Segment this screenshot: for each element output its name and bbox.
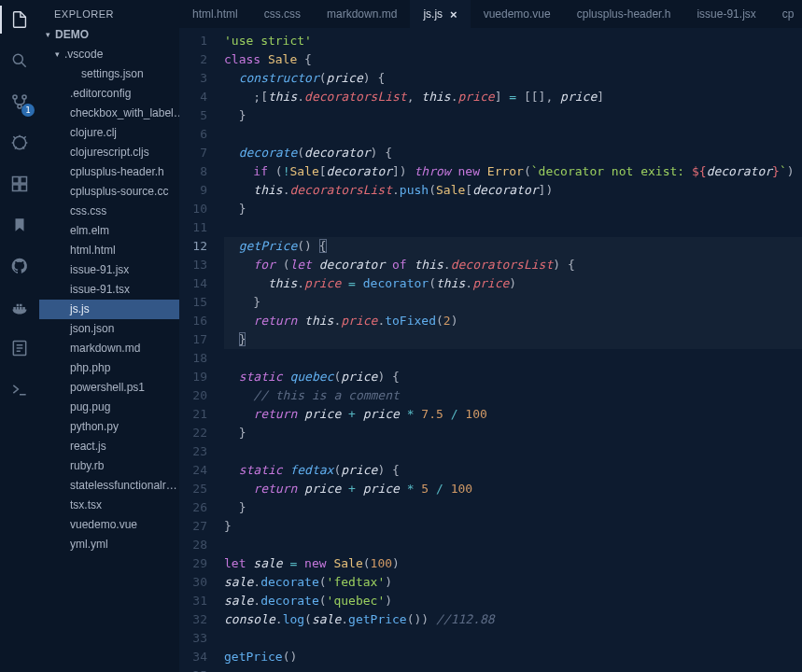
editor-tab[interactable]: cplusplus-header.h <box>564 0 684 28</box>
code-line[interactable]: console.log(sale.getPrice()) //112.88 <box>224 610 802 629</box>
code-content[interactable]: 'use strict'class Sale { constructor(pri… <box>218 28 802 672</box>
file-label: checkbox_with_label… <box>67 105 179 121</box>
close-icon[interactable]: × <box>450 7 457 21</box>
todo-icon[interactable] <box>7 336 32 360</box>
tree-file[interactable]: css.css <box>39 202 179 221</box>
code-line[interactable]: } <box>224 498 802 517</box>
tree-file[interactable]: elm.elm <box>39 221 179 241</box>
editor-tab[interactable]: markdown.md <box>314 0 410 28</box>
tree-file[interactable]: php.php <box>39 358 179 378</box>
code-line[interactable] <box>224 442 802 461</box>
bookmark-icon[interactable] <box>7 213 32 237</box>
scm-icon[interactable]: 1 <box>7 90 32 114</box>
code-editor[interactable]: 1234567891011121314151617181920212223242… <box>179 28 802 672</box>
code-line[interactable]: return price + price * 7.5 / 100 <box>224 405 802 424</box>
code-line[interactable]: sale.decorate('quebec') <box>224 592 802 610</box>
docker-icon[interactable] <box>7 295 32 319</box>
code-line[interactable] <box>224 349 802 368</box>
code-line[interactable] <box>224 218 802 237</box>
tab-label: issue-91.jsx <box>696 7 755 21</box>
svg-rect-6 <box>21 177 27 184</box>
code-line[interactable]: } <box>224 330 802 349</box>
file-label: issue-91.jsx <box>67 262 129 278</box>
tree-folder-vscode[interactable]: ▾ .vscode <box>39 45 179 64</box>
code-line[interactable]: // this is a comment <box>224 386 802 405</box>
file-label: tsx.tsx <box>67 497 102 513</box>
svg-rect-8 <box>21 185 27 191</box>
editor-tab[interactable]: html.html <box>179 0 251 28</box>
code-line[interactable]: getPrice() <box>224 648 802 666</box>
file-label: js.js <box>67 301 90 317</box>
editor-tab[interactable]: issue-91.jsx <box>683 0 768 28</box>
code-line[interactable]: constructor(price) { <box>224 69 802 88</box>
tree-file[interactable]: settings.json <box>39 64 179 84</box>
tree-file[interactable]: vuedemo.vue <box>39 515 179 535</box>
tree-root[interactable]: ▾ DEMO <box>39 25 179 45</box>
file-label: php.php <box>67 360 110 376</box>
code-line[interactable] <box>224 125 802 144</box>
code-line[interactable]: return this.price.toFixed(2) <box>224 312 802 330</box>
tree-file[interactable]: ruby.rb <box>39 456 179 476</box>
tree-file[interactable]: cplusplus-header.h <box>39 162 179 182</box>
code-line[interactable]: } <box>224 200 802 218</box>
file-label: elm.elm <box>67 223 109 239</box>
editor-tab[interactable]: css.css <box>251 0 314 28</box>
debug-icon[interactable] <box>7 131 32 155</box>
file-label: html.html <box>67 243 116 259</box>
explorer-sidebar: EXPLORER ▾ DEMO ▾ .vscode settings.json.… <box>39 0 179 672</box>
tree-file[interactable]: checkbox_with_label… <box>39 104 179 123</box>
code-line[interactable]: if (!Sale[decorator]) throw new Error(`d… <box>224 162 802 181</box>
files-icon[interactable] <box>7 7 32 32</box>
tab-label: js.js <box>423 7 443 21</box>
code-line[interactable]: sale.decorate('fedtax') <box>224 573 802 592</box>
tree-file[interactable]: python.py <box>39 417 179 437</box>
code-line[interactable]: } <box>224 106 802 125</box>
tree-file[interactable]: yml.yml <box>39 535 179 554</box>
code-line[interactable]: decorate(decorator) { <box>224 144 802 162</box>
code-line[interactable]: } <box>224 293 802 312</box>
code-line[interactable]: return price + price * 5 / 100 <box>224 480 802 498</box>
tree-file[interactable]: clojurescript.cljs <box>39 143 179 162</box>
code-line[interactable]: class Sale { <box>224 50 802 69</box>
tree-file[interactable]: issue-91.jsx <box>39 260 179 280</box>
tree-file[interactable]: tsx.tsx <box>39 496 179 515</box>
file-label: ruby.rb <box>67 458 104 474</box>
github-icon[interactable] <box>7 254 32 278</box>
tree-file[interactable]: react.js <box>39 437 179 456</box>
tree-file[interactable]: pug.pug <box>39 398 179 417</box>
tree-file[interactable]: .editorconfig <box>39 84 179 104</box>
code-line[interactable] <box>224 666 802 672</box>
editor-tab[interactable]: cp <box>769 0 802 28</box>
code-line[interactable]: static fedtax(price) { <box>224 461 802 480</box>
file-label: markdown.md <box>67 341 140 357</box>
editor-tab[interactable]: js.js× <box>410 0 470 28</box>
search-icon[interactable] <box>7 49 32 73</box>
code-line[interactable]: static quebec(price) { <box>224 368 802 386</box>
tree-file[interactable]: issue-91.tsx <box>39 280 179 300</box>
tree-file[interactable]: clojure.clj <box>39 123 179 143</box>
code-line[interactable]: this.price = decorator(this.price) <box>224 274 802 293</box>
code-line[interactable]: } <box>224 517 802 536</box>
tree-file[interactable]: html.html <box>39 241 179 260</box>
tree-file[interactable]: json.json <box>39 319 179 339</box>
code-line[interactable]: for (let decorator of this.decoratorsLis… <box>224 256 802 274</box>
terminal-icon[interactable] <box>7 377 32 401</box>
code-line[interactable]: let sale = new Sale(100) <box>224 554 802 573</box>
tree-file[interactable]: statelessfunctionalr… <box>39 476 179 496</box>
code-line[interactable]: 'use strict' <box>224 32 802 50</box>
code-line[interactable]: this.decoratorsList.push(Sale[decorator]… <box>224 181 802 200</box>
extensions-icon[interactable] <box>7 172 32 196</box>
code-line[interactable]: getPrice() { <box>224 237 802 256</box>
code-line[interactable]: ;[this.decoratorsList, this.price] = [[]… <box>224 88 802 106</box>
tree-file[interactable]: markdown.md <box>39 339 179 358</box>
code-line[interactable]: } <box>224 424 802 442</box>
svg-rect-5 <box>13 177 20 184</box>
file-label: settings.json <box>78 66 144 82</box>
editor-tab[interactable]: vuedemo.vue <box>471 0 564 28</box>
code-line[interactable] <box>224 629 802 648</box>
tree-file[interactable]: cplusplus-source.cc <box>39 182 179 202</box>
tree-file[interactable]: js.js <box>39 300 179 319</box>
code-line[interactable] <box>224 536 802 554</box>
tab-label: css.css <box>264 7 301 21</box>
tree-file[interactable]: powershell.ps1 <box>39 378 179 398</box>
